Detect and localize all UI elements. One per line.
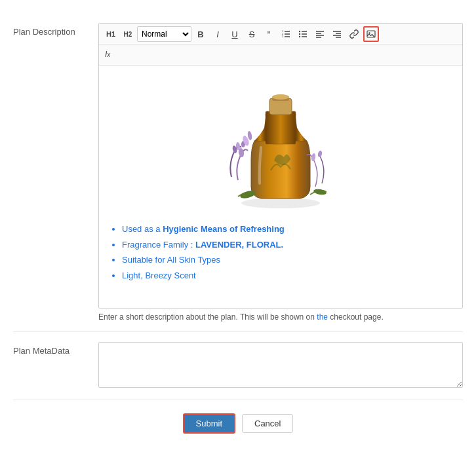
- cancel-button[interactable]: Cancel: [242, 414, 293, 433]
- plan-metadata-row: Plan MetaData: [13, 332, 463, 400]
- unordered-list-button[interactable]: [295, 26, 311, 42]
- plan-description-field: H1 H2 Normal Heading 1 Heading 2 Heading…: [98, 23, 463, 322]
- strikethrough-button[interactable]: S: [244, 26, 260, 42]
- hint-link: the: [317, 312, 328, 322]
- product-image: [218, 75, 343, 213]
- align-left-icon: [315, 29, 325, 39]
- image-button[interactable]: [363, 26, 379, 42]
- plan-description-label: Plan Description: [13, 23, 98, 38]
- align-right-button[interactable]: [329, 26, 345, 42]
- link-icon: [349, 29, 359, 39]
- ordered-list-icon: 1 2 3: [281, 29, 290, 39]
- svg-rect-23: [266, 111, 296, 144]
- editor-bullet-list: Used as a Hygienic Means of Refreshing F…: [109, 223, 452, 282]
- svg-point-32: [317, 150, 323, 157]
- form-buttons: Submit Cancel: [13, 400, 463, 447]
- editor-toolbar-row2: Ix: [99, 45, 462, 66]
- svg-point-22: [241, 198, 320, 208]
- underline-button[interactable]: U: [227, 26, 243, 42]
- editor-image-container: [109, 75, 452, 213]
- svg-point-11: [299, 36, 300, 37]
- editor-toolbar: H1 H2 Normal Heading 1 Heading 2 Heading…: [99, 24, 462, 45]
- clear-format-button[interactable]: Ix: [103, 47, 112, 62]
- svg-text:3: 3: [282, 35, 284, 38]
- editor-content-area[interactable]: Used as a Hygienic Means of Refreshing F…: [99, 66, 462, 308]
- heading2-button[interactable]: H2: [120, 26, 136, 42]
- heading1-button[interactable]: H1: [103, 26, 119, 42]
- svg-point-10: [299, 33, 300, 35]
- list-item: Used as a Hygienic Means of Refreshing: [122, 223, 452, 236]
- rich-text-editor: H1 H2 Normal Heading 1 Heading 2 Heading…: [98, 23, 463, 309]
- svg-point-31: [311, 153, 316, 162]
- format-select[interactable]: Normal Heading 1 Heading 2 Heading 3 Par…: [137, 26, 191, 42]
- blockquote-button[interactable]: ”: [261, 26, 277, 42]
- editor-hint-text: Enter a short description about the plan…: [98, 312, 463, 322]
- bold-button[interactable]: B: [193, 26, 208, 42]
- svg-point-34: [313, 188, 327, 195]
- plan-metadata-field: [98, 342, 463, 390]
- svg-point-21: [368, 32, 370, 33]
- submit-button[interactable]: Submit: [183, 413, 235, 434]
- list-item: Suitable for All Skin Types: [122, 253, 452, 267]
- unordered-list-icon: [298, 29, 307, 39]
- plan-description-row: Plan Description H1 H2 Normal Heading 1 …: [13, 13, 463, 332]
- link-button[interactable]: [346, 26, 362, 42]
- list-item: Light, Breezy Scent: [122, 269, 452, 282]
- list-item: Fragrance Family : LAVENDER, FLORAL.: [122, 238, 452, 252]
- align-left-button[interactable]: [312, 26, 328, 42]
- plan-metadata-input[interactable]: [98, 342, 463, 388]
- image-icon: [367, 29, 376, 39]
- ordered-list-button[interactable]: 1 2 3: [278, 26, 294, 42]
- svg-point-9: [299, 31, 300, 32]
- plan-metadata-label: Plan MetaData: [13, 342, 98, 357]
- svg-point-26: [272, 94, 289, 100]
- align-right-icon: [332, 29, 342, 39]
- italic-button[interactable]: I: [210, 26, 226, 42]
